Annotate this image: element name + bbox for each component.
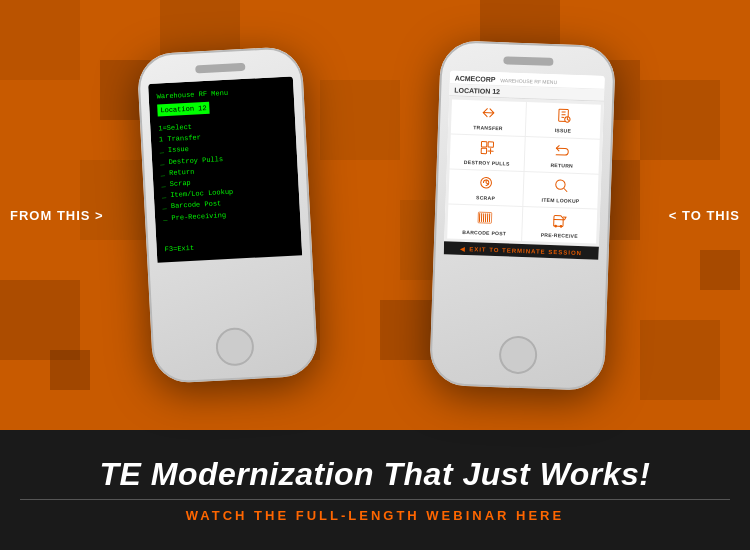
icon-barcode[interactable]: BARCODE POST xyxy=(447,204,522,241)
subtitle-accent: FULL-LENGTH xyxy=(296,508,420,523)
barcode-icon xyxy=(477,209,494,228)
old-phone-frame: Warehouse RF Menu Location 12 1=Select 1… xyxy=(136,46,318,384)
new-phone-frame: ACMECORP WAREHOUSE RF MENU LOCATION 12 xyxy=(429,40,616,391)
old-phone-screen: Warehouse RF Menu Location 12 1=Select 1… xyxy=(148,76,305,323)
terminal-exit: F3=Exit xyxy=(164,237,293,254)
phones-container: Warehouse RF Menu Location 12 1=Select 1… xyxy=(85,15,665,415)
terminal-location: Location 12 xyxy=(157,101,210,116)
terminal-screen: Warehouse RF Menu Location 12 1=Select 1… xyxy=(148,76,302,263)
icon-return[interactable]: RETURN xyxy=(525,137,600,174)
exit-sub: TO TERMINATE SESSION xyxy=(486,247,582,256)
new-phone: ACMECORP WAREHOUSE RF MENU LOCATION 12 xyxy=(429,40,616,391)
subtitle-plain: WATCH THE xyxy=(186,508,296,523)
icon-transfer[interactable]: TRANSFER xyxy=(451,99,526,136)
receive-icon xyxy=(552,212,569,231)
svg-rect-2 xyxy=(481,142,487,148)
svg-point-10 xyxy=(560,225,563,228)
icon-destroy[interactable]: DESTROY PULLS xyxy=(450,134,525,171)
icon-lookup[interactable]: ITEM LOOKUP xyxy=(523,172,598,209)
icons-grid: TRANSFER ISSUE xyxy=(444,96,604,246)
return-label: RETURN xyxy=(550,162,573,169)
bottom-banner: TE Modernization That Just Works! WATCH … xyxy=(0,430,750,550)
svg-rect-3 xyxy=(488,142,494,148)
lookup-icon xyxy=(553,177,570,196)
svg-rect-4 xyxy=(481,148,487,154)
main-area: FROM THIS > < TO THIS Warehouse RF Menu … xyxy=(0,0,750,430)
barcode-label: BARCODE POST xyxy=(462,229,506,237)
new-phone-screen: ACMECORP WAREHOUSE RF MENU LOCATION 12 xyxy=(441,70,605,330)
icon-issue[interactable]: ISSUE xyxy=(526,102,601,139)
exit-label: EXIT xyxy=(469,246,487,253)
destroy-label: DESTROY PULLS xyxy=(464,159,510,167)
issue-label: ISSUE xyxy=(555,127,572,134)
lookup-label: ITEM LOOKUP xyxy=(541,197,579,204)
icon-receive[interactable]: PRE-RECEIVE xyxy=(522,207,597,244)
svg-point-6 xyxy=(556,180,566,190)
transfer-icon xyxy=(480,104,497,123)
transfer-label: TRANSFER xyxy=(473,124,503,131)
bottom-subtitle[interactable]: WATCH THE FULL-LENGTH WEBINAR HERE xyxy=(20,499,730,523)
modern-screen: ACMECORP WAREHOUSE RF MENU LOCATION 12 xyxy=(444,70,605,259)
issue-icon xyxy=(555,107,572,126)
old-phone: Warehouse RF Menu Location 12 1=Select 1… xyxy=(136,46,318,384)
bottom-title: TE Modernization That Just Works! xyxy=(99,457,650,492)
receive-label: PRE-RECEIVE xyxy=(541,232,578,239)
icon-scrap[interactable]: SCRAP xyxy=(448,169,523,206)
subtitle-end: WEBINAR HERE xyxy=(420,508,564,523)
to-this-label: < TO THIS xyxy=(669,208,740,223)
svg-point-9 xyxy=(554,225,557,228)
scrap-label: SCRAP xyxy=(476,194,495,201)
return-icon xyxy=(554,142,571,161)
destroy-icon xyxy=(479,139,496,158)
scrap-icon xyxy=(478,174,495,193)
